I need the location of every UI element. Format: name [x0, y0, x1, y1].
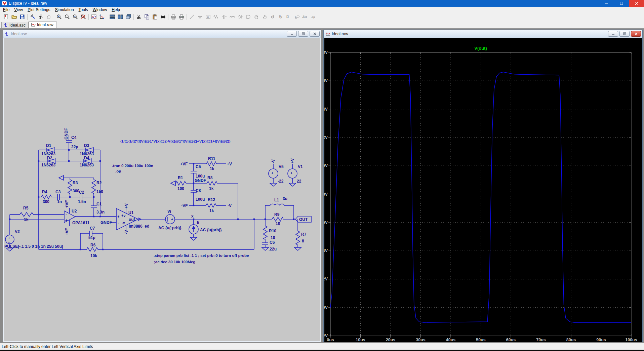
menu-window[interactable]: Window: [90, 7, 110, 12]
child-close-button[interactable]: [310, 31, 320, 37]
menu-view[interactable]: View: [12, 7, 25, 12]
new-schematic-icon[interactable]: [2, 13, 10, 21]
menu-bar: File View Plot Settings Simulation Tools…: [0, 7, 644, 13]
place-resistor-icon[interactable]: [212, 13, 220, 21]
y-tick-label: 4V: [324, 248, 328, 253]
schematic-text: PULSE(-.1 1.5 0 1n 1n 25u 50u): [4, 244, 63, 249]
schematic-canvas[interactable]: GNDFC422pD11N6263D31N6263D21N6263D41N626…: [4, 38, 320, 341]
control-panel-icon[interactable]: [29, 13, 37, 21]
place-inductor-icon[interactable]: [228, 13, 236, 21]
schematic-text: 3.3n: [96, 210, 105, 214]
schematic-text: -V: [124, 230, 129, 234]
mirror-icon[interactable]: EE: [285, 13, 293, 21]
drag-icon[interactable]: [260, 13, 269, 21]
schematic-text: V2: [15, 229, 20, 234]
y-tick-label: 18V: [324, 50, 328, 55]
print-icon[interactable]: [177, 13, 186, 21]
schematic-text: +V: [227, 162, 232, 166]
find-icon[interactable]: [159, 13, 167, 21]
zoom-area-icon[interactable]: [63, 13, 71, 21]
spice-directive-icon[interactable]: .op: [309, 13, 317, 21]
y-tick-label: 10V: [324, 163, 328, 168]
schematic-icon: [5, 32, 9, 36]
plot-window-title: Ideal.raw: [332, 32, 348, 36]
schematic-text: Vi: [167, 209, 171, 214]
halt-icon[interactable]: [45, 13, 53, 21]
cut-icon[interactable]: [135, 13, 143, 21]
schematic-text: 100: [177, 186, 184, 191]
mdi-area: Ideal.asc: [0, 29, 644, 343]
menu-plot-settings[interactable]: Plot Settings: [25, 7, 52, 12]
child-close-button[interactable]: [631, 31, 641, 37]
y-tick-label: 6V: [324, 220, 328, 225]
copy-icon[interactable]: [143, 13, 151, 21]
place-label-icon[interactable]: a: [204, 13, 212, 21]
schematic-text: 10: [271, 235, 275, 240]
schematic-text: +: [117, 214, 119, 219]
schematic-text: 1N6263: [80, 163, 94, 167]
tile-horizontal-icon[interactable]: [116, 13, 124, 21]
toolbar-separator: [187, 14, 187, 20]
place-capacitor-icon[interactable]: [220, 13, 228, 21]
draw-wire-icon[interactable]: [188, 13, 196, 21]
schematic-text: C6: [270, 240, 275, 245]
plot-window-titlebar[interactable]: Ideal.raw: [324, 30, 642, 38]
redo-icon[interactable]: ↻: [277, 13, 285, 21]
cascade-windows-icon[interactable]: [124, 13, 132, 21]
move-icon[interactable]: [252, 13, 260, 21]
paste-icon[interactable]: [151, 13, 159, 21]
rotate-icon[interactable]: E: [293, 13, 301, 21]
menu-tools[interactable]: Tools: [76, 7, 90, 12]
maximize-button[interactable]: [614, 0, 629, 7]
place-diode-icon[interactable]: [236, 13, 244, 21]
schematic-window: Ideal.asc: [3, 30, 321, 342]
zoom-in-icon[interactable]: [55, 13, 63, 21]
place-ground-icon[interactable]: [196, 13, 204, 21]
plot-settings-icon[interactable]: [90, 13, 98, 21]
schematic-text: D1: [46, 143, 51, 148]
schematic-text: 1n: [57, 199, 62, 204]
zoom-out-icon[interactable]: [71, 13, 79, 21]
schematic-text: out: [129, 217, 135, 222]
schematic-text: +: [171, 217, 173, 221]
run-icon[interactable]: [37, 13, 45, 21]
menu-simulation[interactable]: Simulation: [53, 7, 76, 12]
print-preview-icon[interactable]: [169, 13, 177, 21]
tab-ideal-asc[interactable]: Ideal.asc: [1, 22, 29, 28]
schematic-window-title: Ideal.asc: [11, 32, 27, 36]
undo-icon[interactable]: ↺: [269, 13, 277, 21]
toolbar-separator: [133, 14, 134, 20]
toolbar-separator: [27, 14, 28, 20]
schematic-text: C2: [79, 190, 84, 195]
toolbar-separator: [54, 14, 54, 20]
child-restore-button[interactable]: [298, 31, 308, 37]
zoom-full-extents-icon[interactable]: [79, 13, 87, 21]
autorange-icon[interactable]: [98, 13, 106, 21]
schematic-window-titlebar[interactable]: Ideal.asc: [3, 30, 321, 38]
plot-canvas[interactable]: 0us10us20us30us40us50us60us70us80us90us1…: [324, 38, 642, 341]
schematic-text: U2: [72, 209, 77, 213]
child-restore-button[interactable]: [619, 31, 630, 37]
schematic-text: +V: [124, 203, 129, 208]
place-text-icon[interactable]: Aa: [301, 13, 309, 21]
schematic-text: V5: [279, 164, 284, 169]
schematic-text: V1: [298, 164, 303, 169]
menu-help[interactable]: Help: [109, 7, 122, 12]
schematic-text: R10: [269, 229, 276, 233]
child-minimize-button[interactable]: [287, 31, 297, 37]
schematic-text: R11: [208, 156, 215, 161]
minimize-button[interactable]: [599, 0, 614, 7]
schematic-text: 100u: [196, 197, 205, 202]
schematic-text: 1N6263: [41, 163, 55, 167]
close-button[interactable]: [629, 0, 644, 7]
save-icon[interactable]: [18, 13, 26, 21]
schematic-text: GNDF: [195, 178, 206, 183]
schematic-text: -VF: [65, 228, 69, 235]
menu-file[interactable]: File: [1, 7, 12, 12]
schematic-text: x: [191, 214, 194, 219]
open-icon[interactable]: [10, 13, 18, 21]
place-component-icon[interactable]: [244, 13, 252, 21]
child-minimize-button[interactable]: [608, 31, 618, 37]
tab-ideal-raw[interactable]: Ideal.raw: [29, 21, 56, 28]
tile-vertical-icon[interactable]: [108, 13, 116, 21]
